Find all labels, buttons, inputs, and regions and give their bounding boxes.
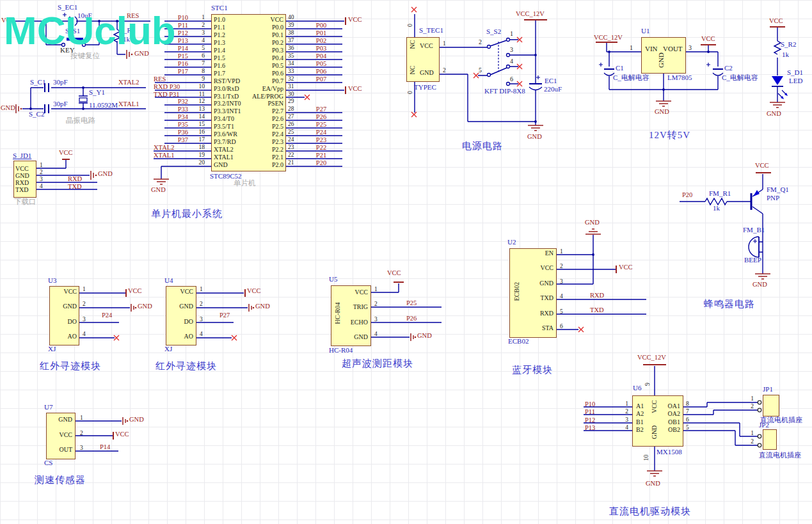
pin-row: 33P06: [288, 68, 347, 75]
u3-part: XJ: [48, 345, 56, 353]
u6-part: MX1508: [657, 448, 682, 456]
pin-number: 2: [443, 67, 450, 74]
pin-row: XTAL218: [152, 144, 211, 151]
pin-row: RES9: [152, 75, 211, 83]
pin-name: RXD: [518, 310, 553, 317]
net-gnd-u2-top: GND: [585, 219, 600, 226]
net-gnd-led: GND: [767, 110, 781, 118]
tec-pin0-bottom: 0: [406, 88, 413, 97]
net-gnd-reg: GND: [655, 108, 669, 116]
net-gnd-jd1: GND: [98, 170, 113, 178]
c2-value: C_电解电容: [722, 74, 758, 81]
net-rxd: RXD: [68, 175, 82, 183]
c1-value: C_电解电容: [613, 74, 649, 81]
pin-number: 4: [83, 331, 90, 338]
net-p20-buzzer: P20: [682, 191, 692, 199]
fm-b1-value: BEEP: [744, 256, 761, 264]
pin-number: 8: [686, 401, 696, 408]
pin-row: P3515: [152, 121, 211, 128]
pin-name: DO: [51, 318, 77, 325]
stc1-designator: STC1: [211, 4, 228, 12]
title-speed: 测速传感器: [35, 475, 86, 486]
ec1-value: 220uF: [544, 85, 562, 93]
pin-name: OUT: [49, 446, 72, 453]
net-xtal2: XTAL2: [118, 79, 139, 86]
net-vcc12v-power: VCC_12V: [516, 10, 545, 18]
schematic-canvas: VCC S_EC1 10uF RES S_S1 S_R1 1k KEY GND …: [0, 0, 812, 524]
pin-name: ECHO: [333, 319, 368, 326]
net-gnd-u3: GND: [138, 303, 152, 310]
net-vcc-pin31: VCC: [348, 85, 362, 93]
tec-nc-top: NC: [409, 38, 416, 52]
net-gnd-u6: GND: [646, 480, 660, 488]
pin-row: 28P27: [288, 106, 347, 113]
pin-row: P3616: [152, 129, 211, 136]
pin-number: 4: [616, 424, 628, 431]
net-vcc-u3: VCC: [128, 287, 142, 295]
pin-number: 1: [83, 286, 90, 293]
pin-name: P2.4: [233, 131, 283, 138]
pin-row: 22P21: [288, 152, 347, 159]
u6-pin9: 9: [644, 380, 651, 389]
pin-row: RXD: [15, 179, 35, 186]
pin-number: 3: [40, 176, 47, 183]
pin-name: P2.7: [233, 107, 283, 115]
fm-q1-designator: FM_Q1: [767, 186, 789, 193]
pin-name: DO: [168, 318, 193, 325]
pin-row: 32P07: [288, 75, 347, 83]
u1-vin: VIN: [645, 45, 658, 52]
title-ir1: 红外寻迹模块: [40, 361, 101, 372]
pin-name: EN: [518, 250, 553, 257]
pin-row: VCC: [15, 165, 35, 172]
jp2-comment: 直流电机插座: [759, 451, 801, 459]
pin-number: 5: [686, 424, 696, 431]
cap-s-c2-designator: S_C2: [29, 110, 44, 118]
u1-part: LM7805: [667, 74, 692, 81]
net-vcc-u2: VCC: [619, 264, 633, 271]
net-vcc-u4: VCC: [247, 287, 261, 295]
pin-name: P2.5: [233, 123, 283, 130]
net-label: P11: [585, 408, 610, 415]
title-12v-to-5v: 12V转5V: [649, 130, 690, 141]
pin-row: 29: [288, 98, 347, 105]
pin-name: GND: [51, 303, 77, 310]
pin-row: P178: [152, 68, 211, 75]
pin-name: P2.3: [233, 138, 283, 145]
s-d1-designator: S_D1: [787, 68, 803, 76]
connector-jp1: [763, 395, 779, 417]
pin-name: AO: [51, 333, 77, 340]
resistor-s-r2: [774, 41, 781, 54]
pin-row: 20: [152, 159, 211, 166]
net-p25: P25: [406, 299, 417, 307]
ec1-designator: EC1: [545, 77, 557, 84]
pin-number: 1: [560, 248, 568, 255]
pin-name: VCC: [333, 289, 368, 296]
pin-name: P0.6: [233, 70, 283, 77]
pin-name: OA1: [649, 402, 680, 409]
c1-designator: C1: [616, 64, 624, 72]
pin-number: 4: [560, 293, 568, 300]
connector-jp2: [763, 429, 777, 450]
net-label: P13: [585, 424, 610, 431]
pin-number: 1: [745, 430, 754, 437]
pin-number: 7: [686, 408, 696, 415]
pin-name: P0.3: [233, 47, 283, 54]
net-vcc12v-reg: VCC_12V: [594, 34, 623, 42]
pin-row: 36P03: [288, 45, 347, 52]
fm-r1-value: 1k: [713, 204, 720, 212]
u2-designator: U2: [507, 238, 516, 246]
caption-download-port: 下载口: [14, 198, 36, 206]
pin-name: AO: [168, 333, 193, 340]
typec-comment: TYPEC: [414, 83, 436, 91]
cap-s-c1-designator: S_C1: [30, 78, 45, 86]
net-gnd-buzzer: GND: [752, 281, 767, 289]
pin-number: 3: [560, 278, 568, 285]
cap-s-c2-value: 30pF: [53, 100, 68, 107]
sw-pin-4: 4: [510, 58, 513, 65]
pin-number: 4: [200, 331, 207, 338]
pin-row: 34P05: [288, 60, 347, 67]
net-vcc-reg-out: VCC: [701, 35, 715, 43]
s-jd1-designator: S_JD1: [13, 152, 31, 159]
net-gnd-u5: GND: [417, 332, 432, 340]
u1-vout: VOUT: [663, 45, 683, 52]
